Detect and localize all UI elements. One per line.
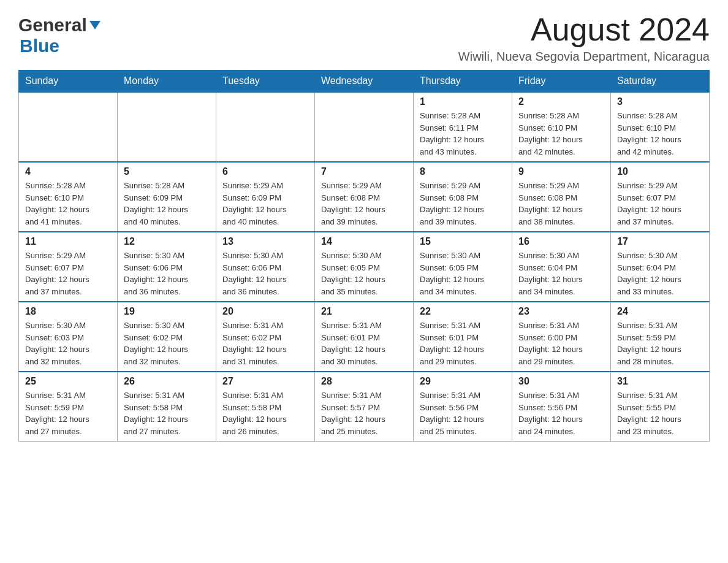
day-number: 9 (518, 166, 604, 177)
day-number: 24 (617, 306, 703, 317)
day-number: 22 (420, 306, 506, 317)
day-info: Sunrise: 5:31 AM Sunset: 5:58 PM Dayligh… (222, 389, 308, 437)
day-number: 18 (25, 306, 111, 317)
header: General Blue August 2024 Wiwili, Nueva S… (18, 12, 710, 64)
location-subtitle: Wiwili, Nueva Segovia Department, Nicara… (458, 50, 710, 64)
calendar-cell: 24Sunrise: 5:31 AM Sunset: 5:59 PM Dayli… (611, 302, 710, 372)
day-number: 4 (25, 166, 111, 177)
day-info: Sunrise: 5:30 AM Sunset: 6:03 PM Dayligh… (25, 320, 111, 367)
calendar-cell: 15Sunrise: 5:30 AM Sunset: 6:05 PM Dayli… (414, 232, 512, 302)
day-info: Sunrise: 5:28 AM Sunset: 6:10 PM Dayligh… (25, 180, 111, 228)
day-number: 12 (124, 236, 210, 247)
day-info: Sunrise: 5:30 AM Sunset: 6:06 PM Dayligh… (222, 250, 308, 297)
weekday-header-friday: Friday (512, 71, 611, 93)
day-info: Sunrise: 5:30 AM Sunset: 6:05 PM Dayligh… (420, 250, 506, 297)
day-number: 23 (518, 306, 604, 317)
day-info: Sunrise: 5:29 AM Sunset: 6:08 PM Dayligh… (518, 180, 604, 228)
day-number: 8 (420, 166, 506, 177)
calendar-cell: 10Sunrise: 5:29 AM Sunset: 6:07 PM Dayli… (611, 162, 710, 232)
day-number: 19 (124, 306, 210, 317)
calendar-week-row: 18Sunrise: 5:30 AM Sunset: 6:03 PM Dayli… (19, 302, 710, 372)
logo-general-text: General (18, 15, 87, 36)
calendar-cell: 7Sunrise: 5:29 AM Sunset: 6:08 PM Daylig… (315, 162, 414, 232)
calendar-cell: 1Sunrise: 5:28 AM Sunset: 6:11 PM Daylig… (414, 92, 512, 162)
day-info: Sunrise: 5:31 AM Sunset: 6:02 PM Dayligh… (222, 320, 308, 367)
day-number: 17 (617, 236, 703, 247)
day-number: 16 (518, 236, 604, 247)
weekday-header-sunday: Sunday (19, 71, 118, 93)
day-number: 13 (222, 236, 308, 247)
day-info: Sunrise: 5:28 AM Sunset: 6:10 PM Dayligh… (518, 110, 604, 158)
logo-blue-text: Blue (20, 36, 59, 56)
calendar-cell: 25Sunrise: 5:31 AM Sunset: 5:59 PM Dayli… (19, 372, 118, 442)
day-info: Sunrise: 5:29 AM Sunset: 6:08 PM Dayligh… (321, 180, 407, 228)
day-number: 21 (321, 306, 407, 317)
day-number: 20 (222, 306, 308, 317)
calendar-cell (19, 92, 118, 162)
month-title: August 2024 (458, 12, 710, 47)
calendar-cell: 11Sunrise: 5:29 AM Sunset: 6:07 PM Dayli… (19, 232, 118, 302)
day-info: Sunrise: 5:28 AM Sunset: 6:10 PM Dayligh… (617, 110, 703, 158)
day-number: 1 (420, 96, 506, 107)
calendar-week-row: 4Sunrise: 5:28 AM Sunset: 6:10 PM Daylig… (19, 162, 710, 232)
calendar-cell: 26Sunrise: 5:31 AM Sunset: 5:58 PM Dayli… (118, 372, 216, 442)
calendar-cell: 21Sunrise: 5:31 AM Sunset: 6:01 PM Dayli… (315, 302, 414, 372)
day-info: Sunrise: 5:31 AM Sunset: 6:01 PM Dayligh… (321, 320, 407, 367)
day-number: 3 (617, 96, 703, 107)
day-number: 11 (25, 236, 111, 247)
calendar-cell (315, 92, 414, 162)
day-number: 28 (321, 376, 407, 387)
calendar-cell: 19Sunrise: 5:30 AM Sunset: 6:02 PM Dayli… (118, 302, 216, 372)
svg-marker-0 (89, 21, 100, 29)
day-info: Sunrise: 5:29 AM Sunset: 6:07 PM Dayligh… (617, 180, 703, 228)
day-info: Sunrise: 5:31 AM Sunset: 5:55 PM Dayligh… (617, 389, 703, 437)
weekday-header-monday: Monday (118, 71, 216, 93)
day-number: 31 (617, 376, 703, 387)
day-info: Sunrise: 5:30 AM Sunset: 6:04 PM Dayligh… (617, 250, 703, 297)
weekday-header-wednesday: Wednesday (315, 71, 414, 93)
day-number: 26 (124, 376, 210, 387)
calendar-week-row: 25Sunrise: 5:31 AM Sunset: 5:59 PM Dayli… (19, 372, 710, 442)
calendar-cell: 12Sunrise: 5:30 AM Sunset: 6:06 PM Dayli… (118, 232, 216, 302)
day-info: Sunrise: 5:30 AM Sunset: 6:05 PM Dayligh… (321, 250, 407, 297)
calendar-cell: 4Sunrise: 5:28 AM Sunset: 6:10 PM Daylig… (19, 162, 118, 232)
calendar-cell: 2Sunrise: 5:28 AM Sunset: 6:10 PM Daylig… (512, 92, 611, 162)
day-number: 27 (222, 376, 308, 387)
weekday-header-row: SundayMondayTuesdayWednesdayThursdayFrid… (19, 71, 710, 93)
day-info: Sunrise: 5:30 AM Sunset: 6:02 PM Dayligh… (124, 320, 210, 367)
calendar-cell (216, 92, 315, 162)
day-info: Sunrise: 5:31 AM Sunset: 5:59 PM Dayligh… (25, 389, 111, 437)
calendar-cell: 8Sunrise: 5:29 AM Sunset: 6:08 PM Daylig… (414, 162, 512, 232)
day-info: Sunrise: 5:31 AM Sunset: 5:56 PM Dayligh… (420, 389, 506, 437)
calendar-cell: 5Sunrise: 5:28 AM Sunset: 6:09 PM Daylig… (118, 162, 216, 232)
calendar-cell: 30Sunrise: 5:31 AM Sunset: 5:56 PM Dayli… (512, 372, 611, 442)
day-info: Sunrise: 5:31 AM Sunset: 5:56 PM Dayligh… (518, 389, 604, 437)
weekday-header-tuesday: Tuesday (216, 71, 315, 93)
day-info: Sunrise: 5:30 AM Sunset: 6:04 PM Dayligh… (518, 250, 604, 297)
day-number: 25 (25, 376, 111, 387)
day-info: Sunrise: 5:31 AM Sunset: 5:58 PM Dayligh… (124, 389, 210, 437)
day-info: Sunrise: 5:28 AM Sunset: 6:09 PM Dayligh… (124, 180, 210, 228)
calendar-cell (118, 92, 216, 162)
day-info: Sunrise: 5:29 AM Sunset: 6:08 PM Dayligh… (420, 180, 506, 228)
day-number: 5 (124, 166, 210, 177)
day-number: 7 (321, 166, 407, 177)
calendar-week-row: 1Sunrise: 5:28 AM Sunset: 6:11 PM Daylig… (19, 92, 710, 162)
calendar-cell: 23Sunrise: 5:31 AM Sunset: 6:00 PM Dayli… (512, 302, 611, 372)
calendar-cell: 3Sunrise: 5:28 AM Sunset: 6:10 PM Daylig… (611, 92, 710, 162)
calendar-cell: 6Sunrise: 5:29 AM Sunset: 6:09 PM Daylig… (216, 162, 315, 232)
calendar-cell: 20Sunrise: 5:31 AM Sunset: 6:02 PM Dayli… (216, 302, 315, 372)
day-number: 10 (617, 166, 703, 177)
calendar-cell: 27Sunrise: 5:31 AM Sunset: 5:58 PM Dayli… (216, 372, 315, 442)
calendar-cell: 14Sunrise: 5:30 AM Sunset: 6:05 PM Dayli… (315, 232, 414, 302)
day-info: Sunrise: 5:31 AM Sunset: 6:00 PM Dayligh… (518, 320, 604, 367)
day-info: Sunrise: 5:29 AM Sunset: 6:09 PM Dayligh… (222, 180, 308, 228)
day-info: Sunrise: 5:31 AM Sunset: 5:57 PM Dayligh… (321, 389, 407, 437)
calendar-cell: 29Sunrise: 5:31 AM Sunset: 5:56 PM Dayli… (414, 372, 512, 442)
calendar-cell: 31Sunrise: 5:31 AM Sunset: 5:55 PM Dayli… (611, 372, 710, 442)
calendar-cell: 28Sunrise: 5:31 AM Sunset: 5:57 PM Dayli… (315, 372, 414, 442)
calendar-cell: 13Sunrise: 5:30 AM Sunset: 6:06 PM Dayli… (216, 232, 315, 302)
calendar-cell: 17Sunrise: 5:30 AM Sunset: 6:04 PM Dayli… (611, 232, 710, 302)
day-number: 6 (222, 166, 308, 177)
day-info: Sunrise: 5:28 AM Sunset: 6:11 PM Dayligh… (420, 110, 506, 158)
